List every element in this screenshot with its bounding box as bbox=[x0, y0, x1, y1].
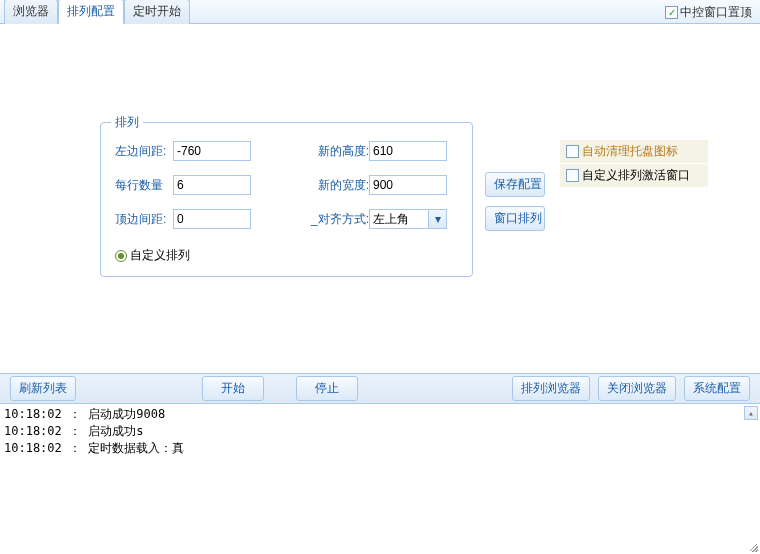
custom-arrange-radio[interactable]: 自定义排列 bbox=[115, 247, 190, 264]
custom-activate-checkbox[interactable]: ✓ 自定义排列激活窗口 bbox=[560, 164, 708, 187]
custom-arrange-radio-label: 自定义排列 bbox=[130, 247, 190, 264]
radio-icon bbox=[115, 250, 127, 262]
system-config-button[interactable]: 系统配置 bbox=[684, 376, 750, 401]
group-title: 排列 bbox=[111, 114, 143, 131]
chevron-down-icon: ▾ bbox=[428, 210, 446, 228]
check-icon: ✓ bbox=[665, 6, 678, 19]
row-new-width: 新的宽度: bbox=[311, 175, 447, 195]
auto-clear-tray-checkbox[interactable]: ✓ 自动清理托盘图标 bbox=[560, 140, 708, 163]
checkbox-icon: ✓ bbox=[566, 145, 579, 158]
new-width-label: 新的宽度: bbox=[311, 177, 369, 194]
auto-clear-tray-label: 自动清理托盘图标 bbox=[582, 143, 678, 160]
arrange-groupbox: 排列 左边间距: 新的高度: 每行数量 新的宽度: 顶边间距: _对齐方式: 左… bbox=[100, 122, 473, 277]
top-tab-bar: 浏览器 排列配置 定时开始 ✓ 中控窗口置顶 bbox=[0, 0, 760, 24]
tabs-container: 浏览器 排列配置 定时开始 bbox=[4, 0, 190, 23]
align-label: _对齐方式: bbox=[311, 211, 369, 228]
row-new-height: 新的高度: bbox=[311, 141, 447, 161]
custom-activate-label: 自定义排列激活窗口 bbox=[582, 167, 690, 184]
log-line: 10:18:02 ： 定时数据载入：真 bbox=[4, 441, 184, 455]
per-row-label: 每行数量 bbox=[115, 177, 173, 194]
content-area: 排列 左边间距: 新的高度: 每行数量 新的宽度: 顶边间距: _对齐方式: 左… bbox=[0, 24, 760, 374]
arrange-window-button[interactable]: 窗口排列 bbox=[485, 206, 545, 231]
start-button[interactable]: 开始 bbox=[202, 376, 264, 401]
tab-browser[interactable]: 浏览器 bbox=[4, 0, 58, 24]
scroll-up-icon[interactable]: ▴ bbox=[744, 406, 758, 420]
bottom-toolbar: 刷新列表 开始 停止 排列浏览器 关闭浏览器 系统配置 bbox=[0, 374, 760, 404]
always-on-top-checkbox[interactable]: ✓ 中控窗口置顶 bbox=[665, 4, 752, 21]
tab-timer-start[interactable]: 定时开始 bbox=[124, 0, 190, 24]
new-width-input[interactable] bbox=[369, 175, 447, 195]
checkbox-icon: ✓ bbox=[566, 169, 579, 182]
refresh-list-button[interactable]: 刷新列表 bbox=[10, 376, 76, 401]
row-top-margin: 顶边间距: bbox=[115, 209, 251, 229]
resize-grip[interactable] bbox=[746, 540, 760, 554]
new-height-label: 新的高度: bbox=[311, 143, 369, 160]
log-area[interactable]: 10:18:02 ： 启动成功9008 10:18:02 ： 启动成功s 10:… bbox=[0, 404, 760, 552]
new-height-input[interactable] bbox=[369, 141, 447, 161]
left-margin-label: 左边间距: bbox=[115, 143, 173, 160]
row-left-margin: 左边间距: bbox=[115, 141, 251, 161]
row-per-row: 每行数量 bbox=[115, 175, 251, 195]
align-select[interactable]: 左上角 ▾ bbox=[369, 209, 447, 229]
row-align: _对齐方式: 左上角 ▾ bbox=[311, 209, 447, 229]
log-line: 10:18:02 ： 启动成功s bbox=[4, 424, 143, 438]
tab-arrange-config[interactable]: 排列配置 bbox=[58, 0, 124, 24]
per-row-input[interactable] bbox=[173, 175, 251, 195]
log-line: 10:18:02 ： 启动成功9008 bbox=[4, 407, 165, 421]
save-config-button[interactable]: 保存配置 bbox=[485, 172, 545, 197]
top-margin-input[interactable] bbox=[173, 209, 251, 229]
left-margin-input[interactable] bbox=[173, 141, 251, 161]
arrange-browser-button[interactable]: 排列浏览器 bbox=[512, 376, 590, 401]
always-on-top-label: 中控窗口置顶 bbox=[680, 4, 752, 21]
stop-button[interactable]: 停止 bbox=[296, 376, 358, 401]
align-select-value: 左上角 bbox=[373, 211, 409, 228]
close-browser-button[interactable]: 关闭浏览器 bbox=[598, 376, 676, 401]
top-margin-label: 顶边间距: bbox=[115, 211, 173, 228]
